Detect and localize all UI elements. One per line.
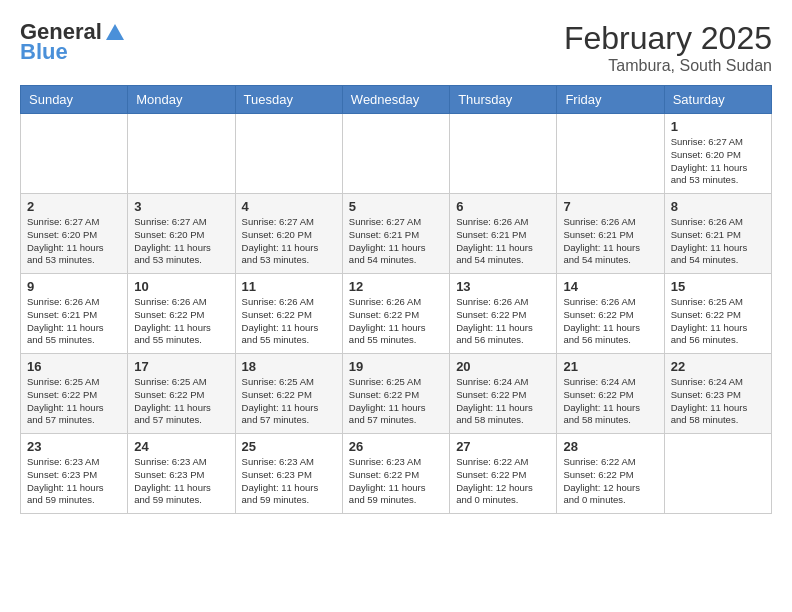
calendar-cell: 23Sunrise: 6:23 AM Sunset: 6:23 PM Dayli… xyxy=(21,434,128,514)
day-info: Sunrise: 6:27 AM Sunset: 6:20 PM Dayligh… xyxy=(671,136,765,187)
page-header: General Blue February 2025 Tambura, Sout… xyxy=(20,20,772,75)
calendar-cell: 24Sunrise: 6:23 AM Sunset: 6:23 PM Dayli… xyxy=(128,434,235,514)
day-number: 4 xyxy=(242,199,336,214)
calendar-cell: 21Sunrise: 6:24 AM Sunset: 6:22 PM Dayli… xyxy=(557,354,664,434)
calendar-week-2: 2Sunrise: 6:27 AM Sunset: 6:20 PM Daylig… xyxy=(21,194,772,274)
calendar-cell: 5Sunrise: 6:27 AM Sunset: 6:21 PM Daylig… xyxy=(342,194,449,274)
day-number: 1 xyxy=(671,119,765,134)
calendar-cell: 15Sunrise: 6:25 AM Sunset: 6:22 PM Dayli… xyxy=(664,274,771,354)
day-number: 8 xyxy=(671,199,765,214)
weekday-header-wednesday: Wednesday xyxy=(342,86,449,114)
calendar-cell xyxy=(21,114,128,194)
calendar-cell: 12Sunrise: 6:26 AM Sunset: 6:22 PM Dayli… xyxy=(342,274,449,354)
weekday-header-row: SundayMondayTuesdayWednesdayThursdayFrid… xyxy=(21,86,772,114)
day-number: 21 xyxy=(563,359,657,374)
day-info: Sunrise: 6:24 AM Sunset: 6:23 PM Dayligh… xyxy=(671,376,765,427)
day-info: Sunrise: 6:24 AM Sunset: 6:22 PM Dayligh… xyxy=(563,376,657,427)
day-info: Sunrise: 6:27 AM Sunset: 6:20 PM Dayligh… xyxy=(242,216,336,267)
calendar-cell xyxy=(128,114,235,194)
location-subtitle: Tambura, South Sudan xyxy=(564,57,772,75)
day-info: Sunrise: 6:22 AM Sunset: 6:22 PM Dayligh… xyxy=(456,456,550,507)
calendar-week-3: 9Sunrise: 6:26 AM Sunset: 6:21 PM Daylig… xyxy=(21,274,772,354)
day-number: 2 xyxy=(27,199,121,214)
calendar-cell: 2Sunrise: 6:27 AM Sunset: 6:20 PM Daylig… xyxy=(21,194,128,274)
calendar-cell: 17Sunrise: 6:25 AM Sunset: 6:22 PM Dayli… xyxy=(128,354,235,434)
day-info: Sunrise: 6:23 AM Sunset: 6:22 PM Dayligh… xyxy=(349,456,443,507)
day-number: 7 xyxy=(563,199,657,214)
day-info: Sunrise: 6:26 AM Sunset: 6:22 PM Dayligh… xyxy=(242,296,336,347)
day-number: 11 xyxy=(242,279,336,294)
weekday-header-thursday: Thursday xyxy=(450,86,557,114)
logo-arrow-icon xyxy=(104,22,126,44)
month-title: February 2025 xyxy=(564,20,772,57)
calendar-cell: 22Sunrise: 6:24 AM Sunset: 6:23 PM Dayli… xyxy=(664,354,771,434)
logo: General Blue xyxy=(20,20,126,64)
day-info: Sunrise: 6:27 AM Sunset: 6:20 PM Dayligh… xyxy=(27,216,121,267)
day-info: Sunrise: 6:24 AM Sunset: 6:22 PM Dayligh… xyxy=(456,376,550,427)
calendar-cell: 26Sunrise: 6:23 AM Sunset: 6:22 PM Dayli… xyxy=(342,434,449,514)
calendar-cell: 27Sunrise: 6:22 AM Sunset: 6:22 PM Dayli… xyxy=(450,434,557,514)
day-info: Sunrise: 6:26 AM Sunset: 6:22 PM Dayligh… xyxy=(456,296,550,347)
day-info: Sunrise: 6:26 AM Sunset: 6:22 PM Dayligh… xyxy=(134,296,228,347)
calendar-week-5: 23Sunrise: 6:23 AM Sunset: 6:23 PM Dayli… xyxy=(21,434,772,514)
day-number: 3 xyxy=(134,199,228,214)
day-info: Sunrise: 6:25 AM Sunset: 6:22 PM Dayligh… xyxy=(671,296,765,347)
calendar-cell: 4Sunrise: 6:27 AM Sunset: 6:20 PM Daylig… xyxy=(235,194,342,274)
day-number: 16 xyxy=(27,359,121,374)
day-number: 22 xyxy=(671,359,765,374)
calendar-cell xyxy=(235,114,342,194)
calendar-cell xyxy=(450,114,557,194)
weekday-header-sunday: Sunday xyxy=(21,86,128,114)
day-info: Sunrise: 6:23 AM Sunset: 6:23 PM Dayligh… xyxy=(134,456,228,507)
day-info: Sunrise: 6:26 AM Sunset: 6:22 PM Dayligh… xyxy=(349,296,443,347)
calendar-cell: 10Sunrise: 6:26 AM Sunset: 6:22 PM Dayli… xyxy=(128,274,235,354)
day-number: 5 xyxy=(349,199,443,214)
day-number: 27 xyxy=(456,439,550,454)
day-info: Sunrise: 6:26 AM Sunset: 6:21 PM Dayligh… xyxy=(563,216,657,267)
day-number: 26 xyxy=(349,439,443,454)
calendar-cell: 7Sunrise: 6:26 AM Sunset: 6:21 PM Daylig… xyxy=(557,194,664,274)
title-block: February 2025 Tambura, South Sudan xyxy=(564,20,772,75)
day-info: Sunrise: 6:25 AM Sunset: 6:22 PM Dayligh… xyxy=(134,376,228,427)
day-info: Sunrise: 6:25 AM Sunset: 6:22 PM Dayligh… xyxy=(27,376,121,427)
day-number: 25 xyxy=(242,439,336,454)
day-number: 13 xyxy=(456,279,550,294)
day-info: Sunrise: 6:27 AM Sunset: 6:20 PM Dayligh… xyxy=(134,216,228,267)
day-info: Sunrise: 6:25 AM Sunset: 6:22 PM Dayligh… xyxy=(242,376,336,427)
calendar-cell xyxy=(557,114,664,194)
calendar-cell: 18Sunrise: 6:25 AM Sunset: 6:22 PM Dayli… xyxy=(235,354,342,434)
calendar-cell: 3Sunrise: 6:27 AM Sunset: 6:20 PM Daylig… xyxy=(128,194,235,274)
calendar-table: SundayMondayTuesdayWednesdayThursdayFrid… xyxy=(20,85,772,514)
calendar-cell: 13Sunrise: 6:26 AM Sunset: 6:22 PM Dayli… xyxy=(450,274,557,354)
day-number: 12 xyxy=(349,279,443,294)
day-number: 6 xyxy=(456,199,550,214)
calendar-cell: 1Sunrise: 6:27 AM Sunset: 6:20 PM Daylig… xyxy=(664,114,771,194)
day-number: 10 xyxy=(134,279,228,294)
calendar-cell: 11Sunrise: 6:26 AM Sunset: 6:22 PM Dayli… xyxy=(235,274,342,354)
day-number: 17 xyxy=(134,359,228,374)
day-number: 14 xyxy=(563,279,657,294)
calendar-cell: 9Sunrise: 6:26 AM Sunset: 6:21 PM Daylig… xyxy=(21,274,128,354)
day-number: 24 xyxy=(134,439,228,454)
day-number: 28 xyxy=(563,439,657,454)
day-info: Sunrise: 6:23 AM Sunset: 6:23 PM Dayligh… xyxy=(27,456,121,507)
svg-marker-0 xyxy=(106,24,124,40)
calendar-week-4: 16Sunrise: 6:25 AM Sunset: 6:22 PM Dayli… xyxy=(21,354,772,434)
calendar-cell: 6Sunrise: 6:26 AM Sunset: 6:21 PM Daylig… xyxy=(450,194,557,274)
day-info: Sunrise: 6:26 AM Sunset: 6:22 PM Dayligh… xyxy=(563,296,657,347)
calendar-cell xyxy=(342,114,449,194)
calendar-week-1: 1Sunrise: 6:27 AM Sunset: 6:20 PM Daylig… xyxy=(21,114,772,194)
weekday-header-tuesday: Tuesday xyxy=(235,86,342,114)
day-number: 19 xyxy=(349,359,443,374)
day-number: 23 xyxy=(27,439,121,454)
day-info: Sunrise: 6:26 AM Sunset: 6:21 PM Dayligh… xyxy=(27,296,121,347)
weekday-header-monday: Monday xyxy=(128,86,235,114)
day-info: Sunrise: 6:22 AM Sunset: 6:22 PM Dayligh… xyxy=(563,456,657,507)
day-info: Sunrise: 6:27 AM Sunset: 6:21 PM Dayligh… xyxy=(349,216,443,267)
calendar-cell: 14Sunrise: 6:26 AM Sunset: 6:22 PM Dayli… xyxy=(557,274,664,354)
weekday-header-saturday: Saturday xyxy=(664,86,771,114)
day-info: Sunrise: 6:23 AM Sunset: 6:23 PM Dayligh… xyxy=(242,456,336,507)
day-info: Sunrise: 6:25 AM Sunset: 6:22 PM Dayligh… xyxy=(349,376,443,427)
calendar-cell xyxy=(664,434,771,514)
calendar-cell: 20Sunrise: 6:24 AM Sunset: 6:22 PM Dayli… xyxy=(450,354,557,434)
